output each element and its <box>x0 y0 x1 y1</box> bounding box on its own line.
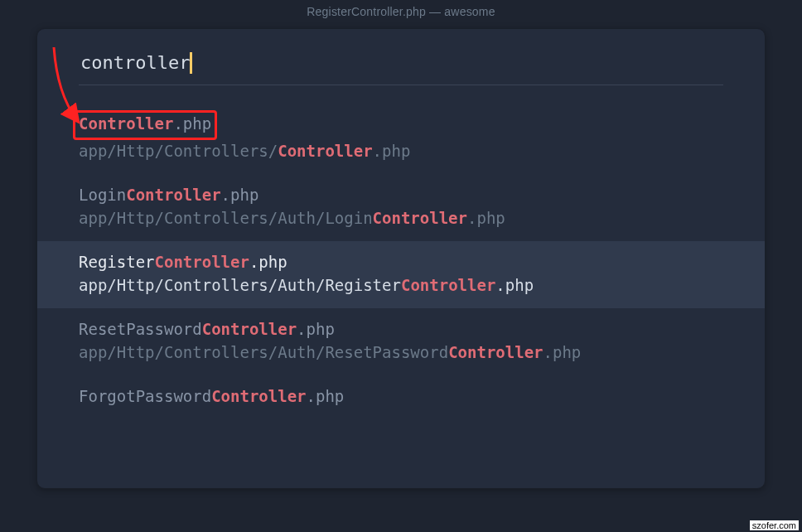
result-path: app/Http/Controllers/Auth/LoginControlle… <box>79 207 723 230</box>
result-filename: LoginController.php <box>79 184 723 207</box>
search-row <box>37 29 765 85</box>
result-filename: Controller.php <box>79 110 723 140</box>
result-item[interactable]: ResetPasswordController.phpapp/Http/Cont… <box>37 308 765 375</box>
result-path: app/Http/Controllers/Controller.php <box>79 140 723 163</box>
result-path: app/Http/Controllers/Auth/RegisterContro… <box>79 274 723 297</box>
annotation-highlight-box: Controller.php <box>73 110 217 140</box>
result-item[interactable]: LoginController.phpapp/Http/Controllers/… <box>37 174 765 241</box>
result-filename: ResetPasswordController.php <box>79 318 723 341</box>
result-item[interactable]: RegisterController.phpapp/Http/Controlle… <box>37 241 765 308</box>
window-title: RegisterController.php — awesome <box>0 0 802 23</box>
watermark: szofer.com <box>750 520 799 530</box>
result-item[interactable]: Controller.phpapp/Http/Controllers/Contr… <box>37 100 765 174</box>
result-filename: ForgotPasswordController.php <box>79 385 723 409</box>
results-list: Controller.phpapp/Http/Controllers/Contr… <box>37 100 765 420</box>
result-path: app/Http/Controllers/Auth/ResetPasswordC… <box>79 341 723 365</box>
text-cursor <box>190 52 192 74</box>
result-item[interactable]: ForgotPasswordController.php <box>37 375 765 420</box>
search-input[interactable] <box>79 47 723 85</box>
fuzzy-finder-panel: Controller.phpapp/Http/Controllers/Contr… <box>36 28 766 489</box>
result-filename: RegisterController.php <box>79 251 723 274</box>
